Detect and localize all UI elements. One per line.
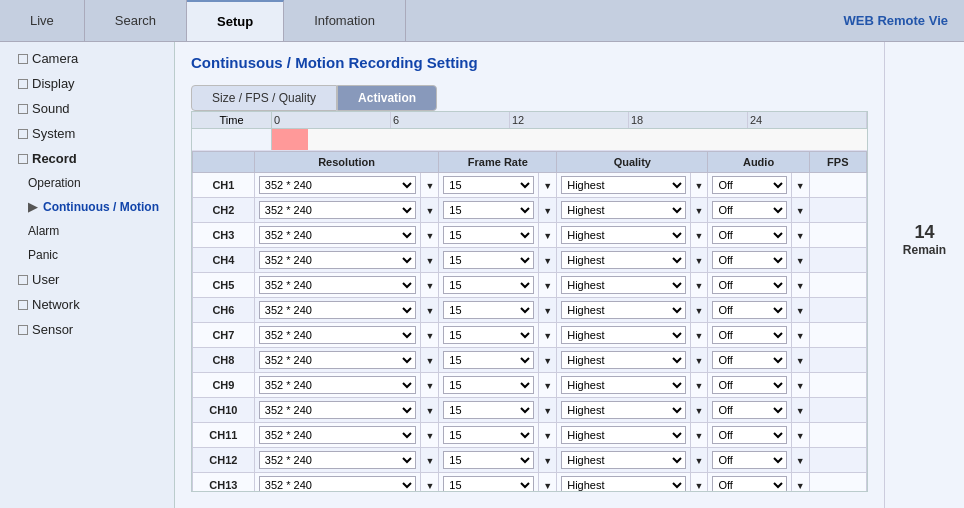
resolution-select[interactable]: 352 * 240704 * 240704 * 4801280 * 720192… — [259, 351, 417, 369]
sidebar-item-camera[interactable]: Camera — [0, 46, 174, 71]
resolution-select[interactable]: 352 * 240704 * 240704 * 4801280 * 720192… — [259, 176, 417, 194]
sidebar-item-operation[interactable]: Operation — [0, 171, 174, 195]
framerate-cell[interactable]: 12345678101215 — [439, 173, 539, 198]
framerate-select[interactable]: 12345678101215 — [443, 201, 534, 219]
quality-select[interactable]: HighestHighMediumLowLowest — [561, 451, 685, 469]
quality-cell[interactable]: HighestHighMediumLowLowest — [557, 198, 690, 223]
sidebar-item-user[interactable]: User — [0, 267, 174, 292]
resolution-select[interactable]: 352 * 240704 * 240704 * 4801280 * 720192… — [259, 251, 417, 269]
tab-infomation[interactable]: Infomation — [284, 0, 406, 41]
quality-select[interactable]: HighestHighMediumLowLowest — [561, 476, 685, 491]
quality-select[interactable]: HighestHighMediumLowLowest — [561, 376, 685, 394]
framerate-cell[interactable]: 12345678101215 — [439, 348, 539, 373]
resolution-cell[interactable]: 352 * 240704 * 240704 * 4801280 * 720192… — [254, 273, 421, 298]
resolution-cell[interactable]: 352 * 240704 * 240704 * 4801280 * 720192… — [254, 473, 421, 492]
sidebar-item-continuous-motion[interactable]: ▶ Continuous / Motion — [0, 195, 174, 219]
quality-cell[interactable]: HighestHighMediumLowLowest — [557, 323, 690, 348]
audio-cell[interactable]: OffOn — [708, 373, 791, 398]
framerate-select[interactable]: 12345678101215 — [443, 251, 534, 269]
resolution-select[interactable]: 352 * 240704 * 240704 * 4801280 * 720192… — [259, 301, 417, 319]
audio-select[interactable]: OffOn — [712, 426, 786, 444]
quality-cell[interactable]: HighestHighMediumLowLowest — [557, 398, 690, 423]
audio-cell[interactable]: OffOn — [708, 223, 791, 248]
audio-select[interactable]: OffOn — [712, 276, 786, 294]
sidebar-item-panic[interactable]: Panic — [0, 243, 174, 267]
sidebar-item-sound[interactable]: Sound — [0, 96, 174, 121]
audio-select[interactable]: OffOn — [712, 176, 786, 194]
timeline-bar-area[interactable] — [272, 129, 867, 150]
audio-select[interactable]: OffOn — [712, 226, 786, 244]
framerate-select[interactable]: 12345678101215 — [443, 451, 534, 469]
quality-select[interactable]: HighestHighMediumLowLowest — [561, 176, 685, 194]
audio-select[interactable]: OffOn — [712, 476, 786, 491]
sidebar-item-display[interactable]: Display — [0, 71, 174, 96]
audio-select[interactable]: OffOn — [712, 201, 786, 219]
resolution-cell[interactable]: 352 * 240704 * 240704 * 4801280 * 720192… — [254, 173, 421, 198]
framerate-select[interactable]: 12345678101215 — [443, 426, 534, 444]
quality-cell[interactable]: HighestHighMediumLowLowest — [557, 423, 690, 448]
sidebar-item-alarm[interactable]: Alarm — [0, 219, 174, 243]
framerate-cell[interactable]: 12345678101215 — [439, 248, 539, 273]
quality-cell[interactable]: HighestHighMediumLowLowest — [557, 273, 690, 298]
sidebar-item-network[interactable]: Network — [0, 292, 174, 317]
audio-select[interactable]: OffOn — [712, 351, 786, 369]
resolution-select[interactable]: 352 * 240704 * 240704 * 4801280 * 720192… — [259, 201, 417, 219]
quality-cell[interactable]: HighestHighMediumLowLowest — [557, 298, 690, 323]
resolution-cell[interactable]: 352 * 240704 * 240704 * 4801280 * 720192… — [254, 223, 421, 248]
audio-cell[interactable]: OffOn — [708, 323, 791, 348]
sidebar-item-system[interactable]: System — [0, 121, 174, 146]
quality-select[interactable]: HighestHighMediumLowLowest — [561, 351, 685, 369]
sidebar-item-record[interactable]: Record — [0, 146, 174, 171]
quality-select[interactable]: HighestHighMediumLowLowest — [561, 201, 685, 219]
framerate-cell[interactable]: 12345678101215 — [439, 373, 539, 398]
audio-cell[interactable]: OffOn — [708, 298, 791, 323]
audio-select[interactable]: OffOn — [712, 451, 786, 469]
tab-size-fps-quality[interactable]: Size / FPS / Quality — [191, 85, 337, 111]
framerate-cell[interactable]: 12345678101215 — [439, 298, 539, 323]
quality-select[interactable]: HighestHighMediumLowLowest — [561, 401, 685, 419]
quality-cell[interactable]: HighestHighMediumLowLowest — [557, 373, 690, 398]
framerate-cell[interactable]: 12345678101215 — [439, 448, 539, 473]
audio-select[interactable]: OffOn — [712, 301, 786, 319]
framerate-select[interactable]: 12345678101215 — [443, 176, 534, 194]
resolution-select[interactable]: 352 * 240704 * 240704 * 4801280 * 720192… — [259, 376, 417, 394]
audio-cell[interactable]: OffOn — [708, 198, 791, 223]
resolution-cell[interactable]: 352 * 240704 * 240704 * 4801280 * 720192… — [254, 298, 421, 323]
quality-cell[interactable]: HighestHighMediumLowLowest — [557, 473, 690, 492]
framerate-select[interactable]: 12345678101215 — [443, 376, 534, 394]
resolution-cell[interactable]: 352 * 240704 * 240704 * 4801280 * 720192… — [254, 373, 421, 398]
audio-select[interactable]: OffOn — [712, 401, 786, 419]
framerate-cell[interactable]: 12345678101215 — [439, 323, 539, 348]
quality-select[interactable]: HighestHighMediumLowLowest — [561, 226, 685, 244]
resolution-select[interactable]: 352 * 240704 * 240704 * 4801280 * 720192… — [259, 451, 417, 469]
tab-activation[interactable]: Activation — [337, 85, 437, 111]
resolution-cell[interactable]: 352 * 240704 * 240704 * 4801280 * 720192… — [254, 248, 421, 273]
audio-select[interactable]: OffOn — [712, 376, 786, 394]
tab-setup[interactable]: Setup — [187, 0, 284, 41]
quality-cell[interactable]: HighestHighMediumLowLowest — [557, 248, 690, 273]
framerate-cell[interactable]: 12345678101215 — [439, 423, 539, 448]
framerate-select[interactable]: 12345678101215 — [443, 226, 534, 244]
framerate-select[interactable]: 12345678101215 — [443, 326, 534, 344]
resolution-cell[interactable]: 352 * 240704 * 240704 * 4801280 * 720192… — [254, 198, 421, 223]
audio-cell[interactable]: OffOn — [708, 273, 791, 298]
resolution-cell[interactable]: 352 * 240704 * 240704 * 4801280 * 720192… — [254, 348, 421, 373]
audio-cell[interactable]: OffOn — [708, 173, 791, 198]
quality-select[interactable]: HighestHighMediumLowLowest — [561, 426, 685, 444]
framerate-cell[interactable]: 12345678101215 — [439, 398, 539, 423]
resolution-select[interactable]: 352 * 240704 * 240704 * 4801280 * 720192… — [259, 276, 417, 294]
framerate-select[interactable]: 12345678101215 — [443, 301, 534, 319]
quality-cell[interactable]: HighestHighMediumLowLowest — [557, 448, 690, 473]
framerate-cell[interactable]: 12345678101215 — [439, 223, 539, 248]
framerate-select[interactable]: 12345678101215 — [443, 276, 534, 294]
resolution-select[interactable]: 352 * 240704 * 240704 * 4801280 * 720192… — [259, 426, 417, 444]
framerate-cell[interactable]: 12345678101215 — [439, 473, 539, 492]
framerate-cell[interactable]: 12345678101215 — [439, 273, 539, 298]
quality-select[interactable]: HighestHighMediumLowLowest — [561, 251, 685, 269]
resolution-select[interactable]: 352 * 240704 * 240704 * 4801280 * 720192… — [259, 326, 417, 344]
quality-cell[interactable]: HighestHighMediumLowLowest — [557, 173, 690, 198]
quality-select[interactable]: HighestHighMediumLowLowest — [561, 276, 685, 294]
quality-cell[interactable]: HighestHighMediumLowLowest — [557, 348, 690, 373]
tab-live[interactable]: Live — [0, 0, 85, 41]
resolution-cell[interactable]: 352 * 240704 * 240704 * 4801280 * 720192… — [254, 398, 421, 423]
